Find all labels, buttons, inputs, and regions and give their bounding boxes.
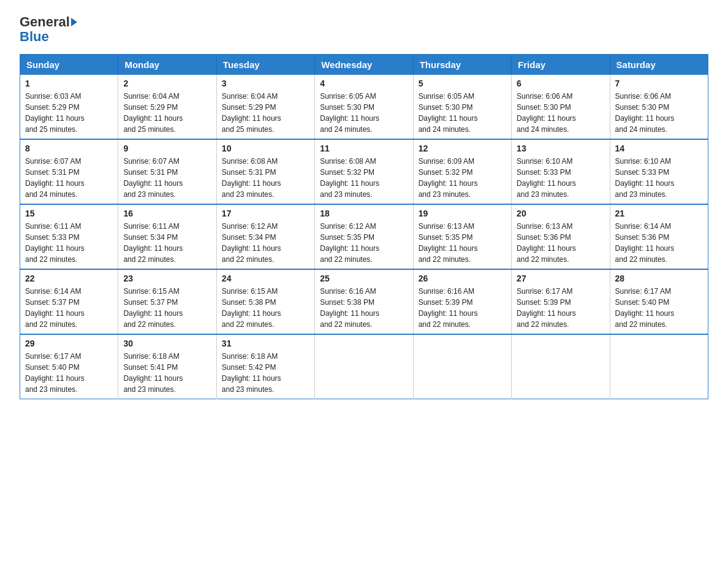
- day-info: Sunrise: 6:15 AM Sunset: 5:38 PM Dayligh…: [222, 286, 309, 330]
- day-info: Sunrise: 6:14 AM Sunset: 5:36 PM Dayligh…: [615, 221, 703, 265]
- calendar-week-row: 1 Sunrise: 6:03 AM Sunset: 5:29 PM Dayli…: [20, 75, 708, 139]
- day-number: 7: [615, 79, 703, 88]
- day-info: Sunrise: 6:17 AM Sunset: 5:40 PM Dayligh…: [25, 351, 113, 395]
- calendar-cell: 18 Sunrise: 6:12 AM Sunset: 5:35 PM Dayl…: [315, 204, 413, 269]
- day-number: 24: [222, 274, 309, 283]
- day-info: Sunrise: 6:17 AM Sunset: 5:39 PM Dayligh…: [517, 286, 604, 330]
- calendar-cell: 28 Sunrise: 6:17 AM Sunset: 5:40 PM Dayl…: [610, 269, 708, 334]
- calendar-week-row: 22 Sunrise: 6:14 AM Sunset: 5:37 PM Dayl…: [20, 269, 708, 334]
- day-number: 6: [517, 79, 604, 88]
- day-info: Sunrise: 6:05 AM Sunset: 5:30 PM Dayligh…: [419, 91, 506, 135]
- day-number: 23: [123, 274, 211, 283]
- day-number: 19: [419, 209, 506, 218]
- day-info: Sunrise: 6:18 AM Sunset: 5:42 PM Dayligh…: [222, 351, 309, 395]
- calendar-cell: 15 Sunrise: 6:11 AM Sunset: 5:33 PM Dayl…: [20, 204, 118, 269]
- column-header-saturday: Saturday: [610, 55, 708, 75]
- day-number: 2: [123, 79, 211, 88]
- day-number: 28: [615, 274, 703, 283]
- day-info: Sunrise: 6:11 AM Sunset: 5:33 PM Dayligh…: [25, 221, 113, 265]
- day-number: 14: [615, 144, 703, 153]
- day-number: 27: [517, 274, 604, 283]
- day-number: 1: [25, 79, 113, 88]
- calendar-cell: 26 Sunrise: 6:16 AM Sunset: 5:39 PM Dayl…: [413, 269, 511, 334]
- calendar-cell: 29 Sunrise: 6:17 AM Sunset: 5:40 PM Dayl…: [20, 334, 118, 399]
- day-info: Sunrise: 6:14 AM Sunset: 5:37 PM Dayligh…: [25, 286, 113, 330]
- day-info: Sunrise: 6:03 AM Sunset: 5:29 PM Dayligh…: [25, 91, 113, 135]
- day-info: Sunrise: 6:12 AM Sunset: 5:34 PM Dayligh…: [222, 221, 309, 265]
- day-number: 16: [123, 209, 211, 218]
- calendar-cell: 7 Sunrise: 6:06 AM Sunset: 5:30 PM Dayli…: [610, 75, 708, 139]
- day-info: Sunrise: 6:08 AM Sunset: 5:32 PM Dayligh…: [320, 156, 408, 200]
- logo-arrow-icon: [71, 18, 77, 26]
- calendar-cell: 22 Sunrise: 6:14 AM Sunset: 5:37 PM Dayl…: [20, 269, 118, 334]
- day-number: 9: [123, 144, 211, 153]
- column-header-wednesday: Wednesday: [315, 55, 413, 75]
- day-info: Sunrise: 6:12 AM Sunset: 5:35 PM Dayligh…: [320, 221, 408, 265]
- calendar-cell: 24 Sunrise: 6:15 AM Sunset: 5:38 PM Dayl…: [216, 269, 314, 334]
- day-number: 12: [419, 144, 506, 153]
- day-info: Sunrise: 6:06 AM Sunset: 5:30 PM Dayligh…: [615, 91, 703, 135]
- calendar-cell: 9 Sunrise: 6:07 AM Sunset: 5:31 PM Dayli…: [118, 139, 216, 204]
- calendar-week-row: 15 Sunrise: 6:11 AM Sunset: 5:33 PM Dayl…: [20, 204, 708, 269]
- day-number: 13: [517, 144, 604, 153]
- day-info: Sunrise: 6:18 AM Sunset: 5:41 PM Dayligh…: [123, 351, 211, 395]
- column-header-tuesday: Tuesday: [216, 55, 314, 75]
- day-number: 31: [222, 339, 309, 348]
- calendar-week-row: 8 Sunrise: 6:07 AM Sunset: 5:31 PM Dayli…: [20, 139, 708, 204]
- day-info: Sunrise: 6:07 AM Sunset: 5:31 PM Dayligh…: [123, 156, 211, 200]
- calendar-table: SundayMondayTuesdayWednesdayThursdayFrid…: [20, 54, 708, 399]
- calendar-cell: 21 Sunrise: 6:14 AM Sunset: 5:36 PM Dayl…: [610, 204, 708, 269]
- day-info: Sunrise: 6:08 AM Sunset: 5:31 PM Dayligh…: [222, 156, 309, 200]
- column-header-monday: Monday: [118, 55, 216, 75]
- page-header: General Blue: [20, 15, 708, 44]
- calendar-cell: 5 Sunrise: 6:05 AM Sunset: 5:30 PM Dayli…: [413, 75, 511, 139]
- day-info: Sunrise: 6:05 AM Sunset: 5:30 PM Dayligh…: [320, 91, 408, 135]
- column-header-sunday: Sunday: [20, 55, 118, 75]
- day-number: 20: [517, 209, 604, 218]
- calendar-cell: [413, 334, 511, 399]
- day-number: 18: [320, 209, 408, 218]
- logo: General Blue: [20, 15, 77, 44]
- calendar-cell: 23 Sunrise: 6:15 AM Sunset: 5:37 PM Dayl…: [118, 269, 216, 334]
- day-info: Sunrise: 6:13 AM Sunset: 5:36 PM Dayligh…: [517, 221, 604, 265]
- calendar-header-row: SundayMondayTuesdayWednesdayThursdayFrid…: [20, 55, 708, 75]
- day-number: 29: [25, 339, 113, 348]
- calendar-cell: [512, 334, 610, 399]
- logo-text-general: General: [20, 15, 70, 29]
- day-info: Sunrise: 6:06 AM Sunset: 5:30 PM Dayligh…: [517, 91, 604, 135]
- day-number: 25: [320, 274, 408, 283]
- column-header-thursday: Thursday: [413, 55, 511, 75]
- day-number: 21: [615, 209, 703, 218]
- day-info: Sunrise: 6:11 AM Sunset: 5:34 PM Dayligh…: [123, 221, 211, 265]
- day-info: Sunrise: 6:15 AM Sunset: 5:37 PM Dayligh…: [123, 286, 211, 330]
- day-number: 15: [25, 209, 113, 218]
- calendar-cell: 4 Sunrise: 6:05 AM Sunset: 5:30 PM Dayli…: [315, 75, 413, 139]
- day-info: Sunrise: 6:04 AM Sunset: 5:29 PM Dayligh…: [222, 91, 309, 135]
- day-number: 22: [25, 274, 113, 283]
- calendar-week-row: 29 Sunrise: 6:17 AM Sunset: 5:40 PM Dayl…: [20, 334, 708, 399]
- day-info: Sunrise: 6:04 AM Sunset: 5:29 PM Dayligh…: [123, 91, 211, 135]
- calendar-cell: 16 Sunrise: 6:11 AM Sunset: 5:34 PM Dayl…: [118, 204, 216, 269]
- day-number: 17: [222, 209, 309, 218]
- calendar-cell: 10 Sunrise: 6:08 AM Sunset: 5:31 PM Dayl…: [216, 139, 314, 204]
- day-number: 26: [419, 274, 506, 283]
- day-number: 4: [320, 79, 408, 88]
- day-info: Sunrise: 6:17 AM Sunset: 5:40 PM Dayligh…: [615, 286, 703, 330]
- calendar-cell: 13 Sunrise: 6:10 AM Sunset: 5:33 PM Dayl…: [512, 139, 610, 204]
- calendar-cell: 17 Sunrise: 6:12 AM Sunset: 5:34 PM Dayl…: [216, 204, 314, 269]
- calendar-cell: 2 Sunrise: 6:04 AM Sunset: 5:29 PM Dayli…: [118, 75, 216, 139]
- day-number: 11: [320, 144, 408, 153]
- calendar-cell: 14 Sunrise: 6:10 AM Sunset: 5:33 PM Dayl…: [610, 139, 708, 204]
- calendar-cell: [610, 334, 708, 399]
- day-info: Sunrise: 6:07 AM Sunset: 5:31 PM Dayligh…: [25, 156, 113, 200]
- column-header-friday: Friday: [512, 55, 610, 75]
- day-info: Sunrise: 6:16 AM Sunset: 5:38 PM Dayligh…: [320, 286, 408, 330]
- day-info: Sunrise: 6:10 AM Sunset: 5:33 PM Dayligh…: [517, 156, 604, 200]
- logo-text-blue: Blue: [20, 29, 49, 44]
- day-info: Sunrise: 6:09 AM Sunset: 5:32 PM Dayligh…: [419, 156, 506, 200]
- day-number: 10: [222, 144, 309, 153]
- calendar-cell: 25 Sunrise: 6:16 AM Sunset: 5:38 PM Dayl…: [315, 269, 413, 334]
- day-number: 5: [419, 79, 506, 88]
- calendar-cell: 6 Sunrise: 6:06 AM Sunset: 5:30 PM Dayli…: [512, 75, 610, 139]
- calendar-cell: 1 Sunrise: 6:03 AM Sunset: 5:29 PM Dayli…: [20, 75, 118, 139]
